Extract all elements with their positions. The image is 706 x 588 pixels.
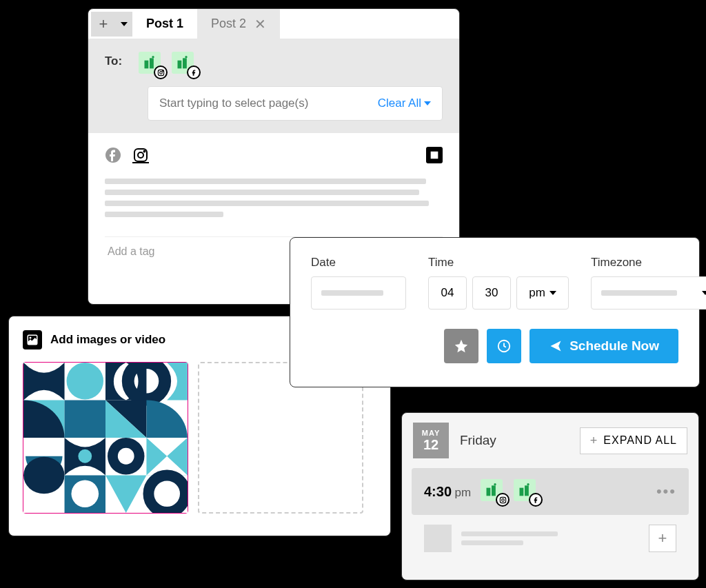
chevron-down-icon [549, 291, 556, 295]
minute-input[interactable]: 30 [472, 276, 511, 310]
facebook-icon [187, 65, 201, 79]
svg-point-13 [432, 153, 434, 155]
page-input[interactable] [159, 97, 378, 110]
svg-point-36 [527, 483, 529, 485]
tab-post-2[interactable]: Post 2 ✕ [197, 9, 280, 39]
chevron-down-icon [424, 101, 431, 105]
tabs-bar: + Post 1 Post 2 ✕ [88, 9, 459, 39]
svg-rect-6 [178, 61, 182, 69]
svg-point-11 [138, 152, 143, 158]
add-tab-button[interactable]: + [91, 12, 116, 37]
svg-point-2 [152, 56, 154, 58]
media-header-label: Add images or video [50, 333, 165, 347]
add-post-button[interactable]: + [649, 525, 676, 552]
to-label: To: [105, 54, 122, 68]
more-icon[interactable]: ••• [656, 483, 676, 500]
svg-point-31 [494, 483, 496, 485]
post-thumbnail [424, 525, 452, 552]
close-icon[interactable]: ✕ [254, 16, 266, 32]
chevron-down-icon [702, 291, 706, 295]
plus-icon: + [590, 434, 598, 448]
media-thumbnail[interactable] [23, 362, 188, 514]
calendar-date-box: MAY 12 [413, 423, 449, 458]
svg-point-24 [118, 448, 134, 465]
svg-point-8 [185, 56, 188, 58]
account-avatar[interactable] [139, 52, 163, 77]
svg-rect-21 [23, 438, 64, 456]
svg-rect-30 [492, 485, 496, 496]
hour-input[interactable]: 04 [428, 276, 467, 310]
star-icon [454, 338, 469, 354]
instagram-tab[interactable] [132, 147, 149, 163]
post-text-placeholder[interactable] [105, 174, 443, 227]
account-avatar [481, 479, 505, 504]
date-label: Date [311, 256, 406, 270]
svg-rect-1 [150, 58, 154, 68]
schedule-later-button[interactable] [487, 329, 521, 363]
svg-point-5 [162, 70, 163, 71]
svg-rect-32 [500, 497, 505, 503]
calendar-panel: MAY 12 Friday + EXPAND ALL 4:30 pm [401, 412, 699, 580]
pattern-image [23, 363, 188, 513]
svg-point-12 [144, 151, 145, 152]
favorite-button[interactable] [444, 329, 478, 363]
calendar-sub-entry: + [412, 525, 689, 562]
tab-dropdown-button[interactable] [116, 12, 132, 37]
svg-point-26 [71, 480, 99, 507]
svg-rect-7 [183, 58, 187, 68]
facebook-icon [529, 493, 543, 507]
svg-rect-0 [145, 61, 149, 69]
date-input[interactable] [311, 276, 406, 310]
svg-point-17 [67, 363, 104, 400]
account-avatars [139, 52, 196, 77]
svg-rect-19 [65, 401, 105, 438]
day-name: Friday [460, 433, 496, 448]
facebook-tab[interactable] [105, 147, 121, 163]
calendar-entry[interactable]: 4:30 pm ••• [412, 468, 689, 515]
timezone-select[interactable] [591, 276, 706, 310]
svg-rect-35 [525, 485, 529, 496]
clock-icon [496, 338, 512, 354]
svg-rect-29 [487, 488, 491, 496]
svg-point-15 [30, 337, 32, 339]
schedule-panel: Date Time 04 30 pm Timezone [290, 237, 700, 387]
clear-all-button[interactable]: Clear All [378, 97, 431, 110]
tab-post-1[interactable]: Post 1 [132, 10, 197, 38]
page-selector[interactable]: Clear All [148, 86, 443, 121]
time-label: Time [428, 256, 569, 270]
instagram-icon [496, 493, 510, 507]
account-avatar [514, 479, 538, 504]
svg-point-33 [501, 498, 504, 501]
expand-all-button[interactable]: + EXPAND ALL [580, 427, 687, 454]
media-icon[interactable] [426, 147, 443, 163]
send-icon [549, 339, 563, 353]
ampm-select[interactable]: pm [516, 276, 569, 310]
entry-time: 4:30 [424, 484, 452, 499]
svg-point-22 [78, 449, 92, 463]
account-avatar[interactable] [172, 52, 196, 77]
schedule-now-button[interactable]: Schedule Now [530, 329, 678, 363]
instagram-icon [154, 65, 168, 79]
tab-label: Post 2 [211, 17, 246, 31]
image-icon [23, 330, 42, 349]
svg-rect-34 [520, 488, 524, 496]
timezone-label: Timezone [591, 256, 706, 270]
post-preview-text [461, 531, 558, 545]
to-section: To: Clear All [88, 39, 459, 133]
svg-point-4 [159, 71, 162, 74]
